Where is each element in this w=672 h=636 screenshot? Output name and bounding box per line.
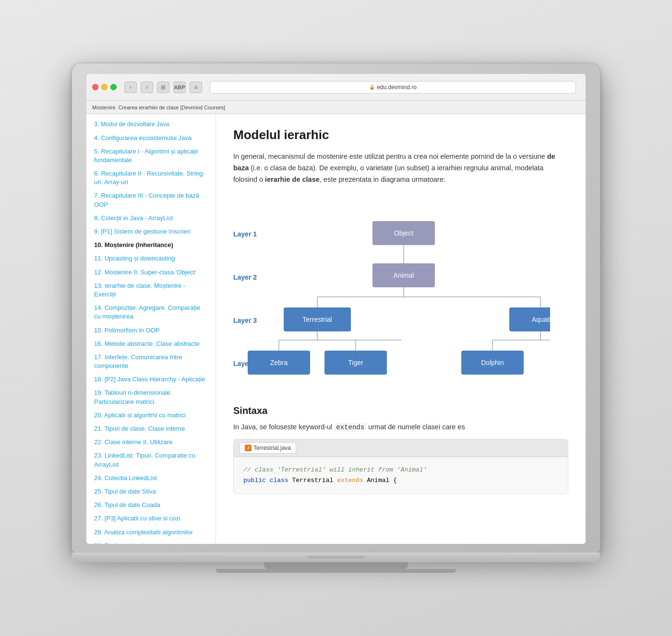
sidebar-item-8[interactable]: 8. Colecții in Java - ArrayList	[86, 212, 216, 225]
intro-paragraph: In general, mecanismul de mostenire este…	[233, 151, 568, 186]
class-name: Terrestrial	[292, 477, 337, 484]
forward-button[interactable]: ›	[141, 82, 153, 93]
sidebar-item-17[interactable]: 17. Interfețe. Comunicarea între compone…	[86, 351, 216, 373]
extends-kw: extends	[337, 477, 363, 484]
url-text: edu.devmind.ro	[377, 84, 417, 91]
traffic-lights	[92, 84, 117, 90]
dolphin-label: Dolphin	[481, 359, 504, 366]
sidebar-item-21[interactable]: 21. Tipuri de clase. Clase interne	[86, 422, 216, 436]
extends-keyword: extends	[334, 423, 366, 432]
sidebar-item-28[interactable]: 28. Analiza complexitatii algoritmilor	[86, 526, 216, 539]
sidebar-item-9[interactable]: 9. [P1] Sistem de gestiune înscrieri	[86, 225, 216, 238]
sidebar-item-29[interactable]: 29. Dictionar. Implementare.	[86, 539, 216, 544]
minimize-button[interactable]	[101, 84, 108, 90]
menu-button[interactable]: ≡	[190, 82, 202, 93]
public-keyword: public	[243, 477, 266, 484]
sidebar-item-12[interactable]: 12. Mostenire II. Super-clasa 'Object'	[86, 266, 216, 279]
code-line-1: // class 'Terrestrial' will inherit from…	[243, 465, 558, 475]
syntax-description: In Java, se foloseste keyword-ul extends…	[233, 423, 568, 431]
sidebar-item-19[interactable]: 19. Tablouri n-dimensionale. Particulari…	[86, 386, 216, 408]
sidebar-item-26[interactable]: 26. Tipul de date Coada	[86, 498, 216, 512]
code-tab-label: Terrestrial.java	[253, 445, 291, 451]
sidebar-item-15[interactable]: 15. Polimorfism în OOP	[86, 324, 216, 337]
sidebar-item-6[interactable]: 6. Recapitulare II - Recursivitate. Stri…	[86, 167, 216, 189]
main-content: Modelul ierarhic In general, mecanismul …	[216, 114, 586, 544]
abp-button[interactable]: ABP	[173, 82, 186, 93]
sidebar-item-23[interactable]: 23. LinkedList. Tipuri. Comparatie cu Ar…	[86, 449, 216, 471]
code-block: J Terrestrial.java // class 'Terrestrial…	[233, 439, 568, 494]
maximize-button[interactable]	[110, 84, 117, 90]
java-icon: J	[245, 445, 252, 451]
sidebar-item-10[interactable]: 10. Moștenire (Inheritance)	[86, 238, 216, 252]
terrestrial-label: Terrestrial	[302, 316, 332, 323]
page-title: Modelul ierarhic	[233, 128, 568, 142]
class-keyword: class	[270, 477, 288, 484]
tiger-label: Tiger	[348, 359, 363, 366]
sidebar-item-20[interactable]: 20. Aplicatii si algoritmi cu matrici	[86, 409, 216, 422]
code-comment: // class 'Terrestrial' will inherit from…	[243, 466, 427, 473]
sidebar-item-24[interactable]: 24. Colectia LinkedList	[86, 471, 216, 485]
syntax-section-title: Sintaxa	[233, 405, 568, 416]
sidebar-item-4[interactable]: 4. Configurarea ecosistemului Java	[86, 131, 216, 145]
sidebar-item-25[interactable]: 25. Tipul de date Stiva	[86, 485, 216, 498]
layer2-label: Layer 2	[233, 273, 257, 281]
laptop-stand	[264, 562, 408, 569]
code-line-2: public class Terrestrial extends Animal …	[243, 475, 558, 486]
lock-icon: 🔒	[369, 84, 375, 90]
sidebar-item-22[interactable]: 22. Clase interne II. Utilizare	[86, 436, 216, 449]
close-button[interactable]	[92, 84, 98, 90]
parent-class: Animal {	[367, 477, 397, 484]
address-bar[interactable]: 🔒 edu.devmind.ro	[210, 81, 576, 94]
tab-bar: Mostenire. Crearea ierarhiei de clase [D…	[86, 101, 586, 114]
code-tab-terrestrial[interactable]: J Terrestrial.java	[240, 442, 296, 454]
laptop-foot	[216, 569, 456, 573]
aquatic-label: Aquatic	[532, 316, 550, 323]
layer3-label: Layer 3	[233, 317, 257, 324]
sidebar-item-truncated[interactable]: 3. Modul de dezvoltare Java	[86, 118, 216, 131]
sidebar-item-14[interactable]: 14. Compoziție. Agregare. Comparație cu …	[86, 301, 216, 323]
screen-bezel: ‹ › ⊞ ABP ≡ 🔒 edu.devmind.ro Mostenire. …	[72, 63, 600, 553]
sidebar: 3. Modul de dezvoltare Java 4. Configura…	[86, 114, 216, 544]
sidebar-item-7[interactable]: 7. Recapitulare III - Concepte de bază O…	[86, 189, 216, 211]
laptop-notch	[307, 556, 365, 559]
browser-chrome: ‹ › ⊞ ABP ≡ 🔒 edu.devmind.ro	[86, 74, 586, 101]
diagram-svg: Layer 1 Layer 2 Layer 3 Layer 4 Object	[233, 207, 550, 379]
layer1-label: Layer 1	[233, 230, 257, 238]
sidebar-item-5[interactable]: 5. Recapitulare I - Algoritmi și aplicaț…	[86, 145, 216, 167]
page-content: 3. Modul de dezvoltare Java 4. Configura…	[86, 114, 586, 544]
sidebar-item-13[interactable]: 13. Ierarhie de clase. Moștenire - Exerc…	[86, 279, 216, 301]
hierarchy-diagram: Layer 1 Layer 2 Layer 3 Layer 4 Object	[233, 197, 568, 391]
zebra-label: Zebra	[270, 359, 288, 366]
animal-label: Animal	[394, 271, 414, 279]
code-tab-bar: J Terrestrial.java	[234, 439, 568, 457]
tab-overview-button[interactable]: ⊞	[157, 82, 169, 93]
object-label: Object	[394, 229, 414, 237]
sidebar-item-11[interactable]: 11. Upcasting și downcasting	[86, 252, 216, 265]
sidebar-item-16[interactable]: 16. Metode abstracte. Clase abstracte	[86, 337, 216, 351]
sidebar-item-27[interactable]: 27. [P3] Aplicatii cu stive si cozi	[86, 512, 216, 525]
back-button[interactable]: ‹	[124, 82, 137, 93]
screen-inner: ‹ › ⊞ ABP ≡ 🔒 edu.devmind.ro Mostenire. …	[86, 74, 586, 544]
sidebar-item-18[interactable]: 18. [P2] Java Class Hierarchy - Aplicați…	[86, 373, 216, 386]
code-content: // class 'Terrestrial' will inherit from…	[234, 457, 568, 494]
laptop-base	[72, 553, 600, 562]
laptop-container: ‹ › ⊞ ABP ≡ 🔒 edu.devmind.ro Mostenire. …	[72, 63, 600, 573]
tab-title: Mostenire. Crearea ierarhiei de clase [D…	[92, 105, 225, 110]
